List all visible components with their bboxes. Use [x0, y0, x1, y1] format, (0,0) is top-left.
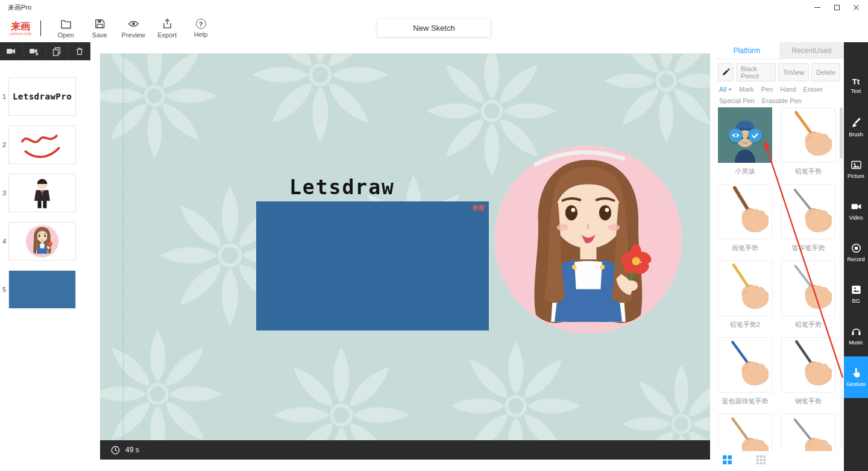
window-controls — [808, 0, 866, 14]
sidebar-item-record[interactable]: Record — [844, 232, 868, 273]
sidebar-item-brush[interactable]: Brush — [844, 107, 868, 148]
filter-eraser[interactable]: Eraser — [804, 86, 823, 93]
slide-item[interactable]: 3 — [0, 174, 96, 212]
duration-text: 49 s — [125, 446, 139, 454]
gesture-image — [781, 337, 835, 393]
toview-chip[interactable]: ToView — [778, 63, 809, 81]
pencil-chip[interactable] — [718, 63, 734, 81]
delete-chip[interactable]: Delete — [811, 63, 840, 81]
black-pencil-chip[interactable]: Black Pencil — [736, 63, 776, 81]
filter-special-pen[interactable]: Special Pen — [719, 97, 755, 104]
open-button-label: Open — [58, 31, 74, 39]
sidebar-item-label: Text — [851, 88, 861, 94]
maximize-icon — [834, 5, 840, 10]
tab-recentused[interactable]: RecentUsed — [779, 42, 844, 58]
open-button[interactable]: Open — [49, 18, 83, 39]
close-icon — [853, 4, 860, 11]
gesture-image — [718, 414, 772, 451]
pencil-icon — [722, 68, 730, 77]
gesture-card[interactable]: 铅笔手势2 — [718, 261, 772, 337]
gesture-card[interactable]: 铅笔手势 — [781, 107, 835, 184]
export-button[interactable]: Export — [150, 18, 184, 39]
filter-pen[interactable]: Pen — [761, 86, 773, 93]
app-window: 来画Pro 来画 LAIHUA.COM Open Save Preview Ex… — [0, 0, 868, 471]
close-button[interactable] — [846, 0, 866, 14]
slide-thumbnail[interactable] — [8, 270, 76, 309]
slide-item[interactable]: 1 LetsdrawPro — [0, 77, 96, 116]
list-view-button[interactable] — [723, 455, 732, 467]
gesture-card[interactable] — [781, 414, 835, 451]
eye-icon — [128, 18, 139, 30]
grid-view-button[interactable] — [756, 455, 766, 467]
slide-item-selected[interactable]: 5 — [0, 270, 96, 309]
gesture-card[interactable]: 钢笔手势 — [781, 337, 835, 414]
slide-thumbnail[interactable]: LetsdrawPro — [8, 77, 76, 116]
app-logo-subtext: LAIHUA.COM — [10, 33, 31, 36]
gesture-list: 小男孩 铅笔手势 画笔手势 — [718, 107, 835, 451]
preview-button[interactable]: Preview — [116, 18, 150, 39]
canvas-area: Letsdraw 来画 49 s — [100, 53, 710, 460]
gesture-image — [781, 184, 835, 239]
slide-thumbnail[interactable] — [8, 222, 76, 261]
slide-item[interactable]: 4 — [0, 222, 96, 261]
minimize-button[interactable] — [808, 0, 827, 14]
hand-pen-illustration — [719, 339, 771, 391]
sidebar-item-picture[interactable]: Picture — [844, 148, 868, 190]
gesture-card[interactable] — [718, 414, 772, 451]
filter-all[interactable]: All — [719, 86, 732, 93]
gesture-label: 铅笔手势2 — [718, 320, 772, 329]
panel-scrollbar[interactable] — [840, 107, 843, 449]
sidebar-item-bg[interactable]: BG — [844, 273, 868, 315]
tab-platform[interactable]: Platform — [714, 42, 779, 58]
visibility-eye-icon[interactable] — [729, 128, 743, 142]
sidebar-item-label: Music — [849, 340, 863, 346]
sidebar-item-text[interactable]: Tt Text — [844, 65, 868, 107]
blue-rectangle-object[interactable]: 来画 — [256, 201, 489, 330]
hand-pen-illustration — [719, 186, 771, 238]
slide-item[interactable]: 2 — [0, 125, 96, 164]
gesture-card[interactable]: 签字笔手势 — [781, 184, 835, 261]
girl-avatar-object[interactable] — [494, 145, 682, 333]
save-button[interactable]: Save — [83, 18, 116, 39]
remove-scene-button[interactable] — [23, 42, 46, 60]
guide-line — [123, 54, 124, 440]
hand-pen-illustration — [782, 416, 834, 451]
canvas[interactable]: Letsdraw 来画 — [100, 53, 710, 440]
gesture-card[interactable]: 蓝色圆珠笔手势 — [718, 337, 772, 414]
export-icon — [162, 18, 173, 30]
gesture-card-selected[interactable]: 小男孩 — [718, 107, 772, 184]
sidebar-item-label: Picture — [848, 173, 864, 179]
document-title[interactable]: New Sketch — [378, 19, 491, 37]
sidebar-item-music[interactable]: Music — [844, 315, 868, 356]
record-icon — [851, 242, 862, 254]
scrollbar-thumb[interactable] — [840, 107, 843, 159]
gesture-card[interactable]: 画笔手势 — [718, 184, 772, 261]
canvas-heading-text[interactable]: Letsdraw — [289, 175, 395, 199]
sidebar-item-video[interactable]: Video — [844, 190, 868, 232]
filter-hand[interactable]: Hand — [780, 86, 796, 93]
gesture-image — [718, 107, 772, 163]
bg-icon — [851, 284, 862, 296]
slide-thumbnail[interactable] — [8, 125, 76, 164]
gesture-card[interactable]: 铅笔手势 — [781, 261, 835, 337]
category-row-2: Special Pen Erasable Pen — [719, 97, 840, 104]
brush-icon — [851, 118, 862, 129]
filter-erasable-pen[interactable]: Erasable Pen — [762, 97, 802, 104]
gesture-image — [718, 184, 772, 239]
add-scene-button[interactable] — [0, 42, 23, 60]
maximize-button[interactable] — [827, 0, 846, 14]
gesture-icon — [851, 367, 862, 379]
delete-scene-button[interactable] — [68, 42, 90, 60]
slide-number: 1 — [0, 93, 8, 100]
camera-add-icon — [6, 47, 16, 55]
slide-title-text: LetsdrawPro — [13, 92, 72, 101]
sidebar-item-gesture[interactable]: Gesture — [844, 356, 868, 398]
check-icon[interactable] — [748, 128, 762, 142]
help-button[interactable]: ? Help — [184, 19, 218, 38]
help-icon: ? — [196, 19, 206, 29]
slide-thumbnail[interactable] — [8, 174, 76, 212]
duplicate-scene-button[interactable] — [46, 42, 69, 60]
card-action-overlay — [718, 107, 772, 163]
filter-mark[interactable]: Mark — [739, 86, 753, 93]
toolbar-divider — [40, 21, 41, 36]
